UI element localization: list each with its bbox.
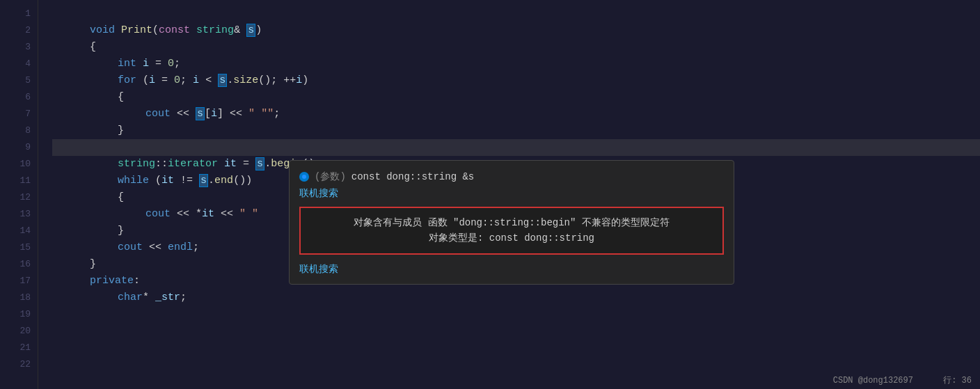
line-num-3: 3 — [0, 39, 38, 56]
tooltip-param-type: const dong::string &s — [351, 171, 474, 182]
tooltip-error-line2: 对象类型是: const dong::string — [312, 230, 711, 246]
line-num-6: 6 — [0, 89, 38, 106]
csdn-attribution: CSDN @dong132697 — [833, 376, 913, 386]
line-num-21: 21 — [0, 340, 38, 356]
tooltip-popup: (参数) const dong::string &s 联机搜索 对象含有与成员 … — [289, 160, 734, 285]
code-editor: 1 2 3 4 5 6 7 8 9 10 11 12 13 14 15 16 1… — [0, 0, 980, 389]
tooltip-error-box: 对象含有与成员 函数 "dong::string::begin" 不兼容的类型限… — [299, 207, 724, 255]
tooltip-error-line1: 对象含有与成员 函数 "dong::string::begin" 不兼容的类型限… — [312, 215, 711, 230]
kw-char: char — [118, 292, 143, 303]
line-num-17: 17 — [0, 273, 38, 289]
code-line-6: cout << s[i] << " ""; — [52, 89, 980, 106]
line-num-9: 9 — [0, 139, 38, 156]
line-num-14: 14 — [0, 223, 38, 239]
line-num-2: 2 — [0, 22, 38, 39]
line-num-16: 16 — [0, 256, 38, 273]
code-line-4: for (i = 0; i < s.size(); ++i) — [52, 56, 980, 72]
line-info: 行: 36 — [943, 376, 972, 386]
code-line-7: } — [52, 106, 980, 122]
line-num-20: 20 — [0, 323, 38, 340]
tooltip-param-row: (参数) const dong::string &s — [290, 168, 734, 186]
line-num-10: 10 — [0, 156, 38, 173]
code-line-2: { — [52, 22, 980, 39]
line-numbers: 1 2 3 4 5 6 7 8 9 10 11 12 13 14 15 16 1… — [0, 0, 38, 389]
line-num-4: 4 — [0, 56, 38, 72]
line-num-7: 7 — [0, 106, 38, 122]
tooltip-link-2[interactable]: 联机搜索 — [290, 260, 734, 277]
code-line-8: cout << endl; — [52, 122, 980, 139]
line-num-1: 1 — [0, 6, 38, 22]
line-num-5: 5 — [0, 72, 38, 89]
tooltip-link-1[interactable]: 联机搜索 — [290, 186, 734, 201]
code-line-5: { — [52, 72, 980, 89]
code-line-9: string::iterator it = s.begin(); — [52, 139, 980, 156]
line-num-13: 13 — [0, 206, 38, 223]
line-num-15: 15 — [0, 239, 38, 256]
line-num-18: 18 — [0, 289, 38, 306]
status-bar: CSDN @dong132697 行: 36 — [825, 372, 980, 389]
line-num-19: 19 — [0, 306, 38, 323]
line-num-11: 11 — [0, 173, 38, 189]
tooltip-param-label: (参数) — [315, 170, 346, 183]
line-num-12: 12 — [0, 189, 38, 206]
line-num-8: 8 — [0, 122, 38, 139]
code-line-1: void Print(const string& s) — [52, 6, 980, 22]
code-line-3: int i = 0; — [52, 39, 980, 56]
line-num-22: 22 — [0, 356, 38, 373]
tooltip-info-icon — [299, 172, 309, 182]
